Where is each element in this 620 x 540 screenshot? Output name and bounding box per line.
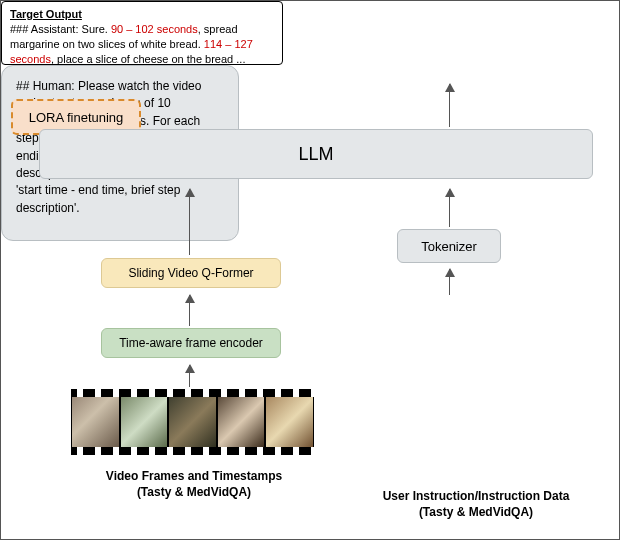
llm-box: LLM	[39, 129, 593, 179]
right-caption-line1: User Instruction/Instruction Data	[383, 489, 570, 503]
arrow-qformer-to-llm	[189, 189, 190, 255]
left-caption-line2: (Tasty & MedVidQA)	[137, 485, 251, 499]
qformer-label: Sliding Video Q-Former	[128, 266, 253, 280]
right-caption-line2: (Tasty & MedVidQA)	[419, 505, 533, 519]
target-output-box: Target Output ### Assistant: Sure. 90 – …	[1, 1, 283, 65]
encoder-label: Time-aware frame encoder	[119, 336, 263, 350]
arrow-encoder-to-qformer	[189, 295, 190, 326]
left-caption: Video Frames and Timestamps (Tasty & Med…	[79, 469, 309, 500]
arrow-frames-to-encoder	[189, 365, 190, 387]
target-output-timespan-1: 90 – 102 seconds	[111, 23, 198, 35]
sliding-video-qformer-box: Sliding Video Q-Former	[101, 258, 281, 288]
target-output-title: Target Output	[10, 7, 274, 22]
target-output-text-2: , place a slice of cheese on the bread .…	[51, 53, 245, 65]
video-frame-thumbnail	[120, 397, 169, 447]
video-frames-filmstrip	[71, 389, 314, 455]
arrow-tokenizer-to-llm	[449, 189, 450, 227]
video-frame-thumbnail	[217, 397, 266, 447]
time-aware-frame-encoder-box: Time-aware frame encoder	[101, 328, 281, 358]
right-caption: User Instruction/Instruction Data (Tasty…	[371, 489, 581, 520]
arrow-llm-to-target	[449, 84, 450, 127]
left-caption-line1: Video Frames and Timestamps	[106, 469, 282, 483]
tokenizer-box: Tokenizer	[397, 229, 501, 263]
tokenizer-label: Tokenizer	[421, 239, 477, 254]
video-frame-thumbnail	[265, 397, 314, 447]
lora-label: LORA finetuning	[29, 110, 124, 125]
video-frame-thumbnail	[168, 397, 217, 447]
target-output-prefix: ### Assistant: Sure.	[10, 23, 111, 35]
video-frame-thumbnail	[71, 397, 120, 447]
llm-label: LLM	[298, 144, 333, 165]
arrow-instruction-to-tokenizer	[449, 269, 450, 295]
